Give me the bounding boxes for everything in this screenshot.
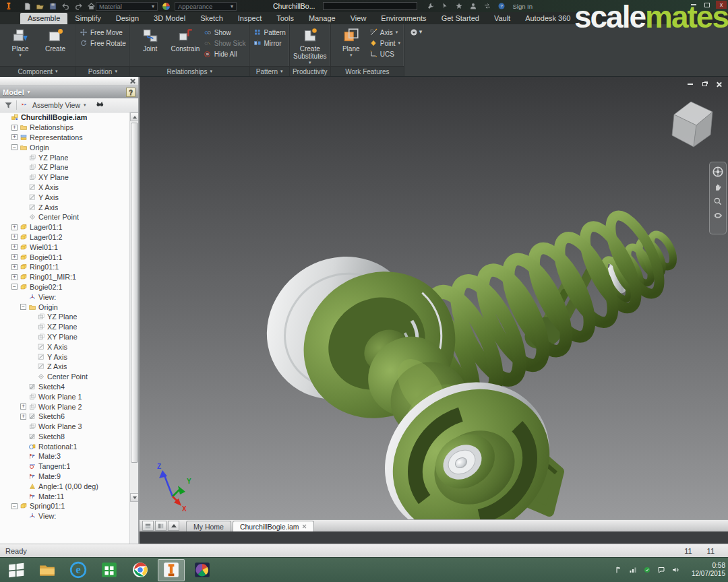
switch-button[interactable] xyxy=(483,2,491,10)
wrench-button[interactable] xyxy=(427,2,435,10)
tab-environments[interactable]: Environments xyxy=(373,13,433,24)
doc-close-button[interactable] xyxy=(715,81,723,88)
inventor-app-button[interactable] xyxy=(1,1,16,11)
model-assembly[interactable] xyxy=(239,209,677,531)
button-show-sick[interactable]: Show Sick xyxy=(204,39,246,47)
scroll-thumb[interactable] xyxy=(131,123,138,463)
tree-item-sketch6[interactable]: +Sketch6 xyxy=(0,412,138,422)
tree-item-ring01-mir-1[interactable]: +Ring01_MIR:1 xyxy=(0,272,138,282)
taskbar-chrome-button[interactable] xyxy=(127,559,154,581)
button-free-move[interactable]: Free Move xyxy=(80,28,126,36)
cursor-button[interactable] xyxy=(441,2,449,10)
material-dropdown[interactable]: Material ▾ xyxy=(96,2,158,11)
tab-manage[interactable]: Manage xyxy=(301,13,343,24)
taskbar-ie-button[interactable]: e xyxy=(65,559,92,581)
tree-item-ring01-1[interactable]: +Ring01:1 xyxy=(0,262,138,272)
tree-item-work-plane-2[interactable]: +Work Plane 2 xyxy=(0,401,138,412)
scroll-down-button[interactable] xyxy=(130,493,138,502)
tree-item-y-axis[interactable]: Y Axis xyxy=(0,192,138,202)
tab-assemble[interactable]: Assemble xyxy=(20,13,67,24)
sign-in-label[interactable]: Sign In xyxy=(512,3,533,10)
find-icon[interactable] xyxy=(95,101,104,110)
tree-item-x-axis[interactable]: X Axis xyxy=(0,183,138,193)
button-axis[interactable]: Axis▾ xyxy=(369,28,400,36)
tab-inspect[interactable]: Inspect xyxy=(231,13,269,24)
doc-minimize-button[interactable] xyxy=(686,81,694,88)
tree-item-relationships[interactable]: +Relationships xyxy=(0,123,138,133)
tree-item-representations[interactable]: +Representations xyxy=(0,133,138,143)
star-button[interactable] xyxy=(455,2,463,10)
tab-get-started[interactable]: Get Started xyxy=(434,13,487,24)
tree-item-center-point[interactable]: Center Point xyxy=(0,372,138,382)
tree-item-origin[interactable]: −Origin xyxy=(0,142,138,152)
tree-item-rotational-1[interactable]: Rotational:1 xyxy=(0,441,138,451)
save-button[interactable] xyxy=(49,2,57,11)
expander-plus[interactable]: + xyxy=(11,244,18,250)
tree-item-work-plane-1[interactable]: Work Plane 1 xyxy=(0,391,138,401)
tab-vault[interactable]: Vault xyxy=(487,13,518,24)
tab-tools[interactable]: Tools xyxy=(269,13,301,24)
new-file-button[interactable] xyxy=(23,2,32,11)
expander-plus[interactable]: + xyxy=(11,134,18,140)
close-button[interactable]: x xyxy=(716,1,727,9)
tray-sync-icon[interactable] xyxy=(643,566,651,574)
taskbar-clock[interactable]: 0:58 12/07/2015 xyxy=(685,562,728,579)
tree-item-yz-plane[interactable]: YZ Plane xyxy=(0,312,138,322)
panel-label-work-features[interactable]: Work Features xyxy=(331,66,404,76)
tree-item-lager01-2[interactable]: +Lager01:2 xyxy=(0,232,138,243)
button-create[interactable]: Create xyxy=(38,26,72,53)
expander-plus[interactable]: + xyxy=(11,264,18,270)
tree-item-spring01-1[interactable]: −Spring01:1 xyxy=(0,501,138,511)
tree-item-xz-plane[interactable]: XZ Plane xyxy=(0,322,138,332)
doc-tab-churchillbogie-iam[interactable]: ChurchillBogie.iam xyxy=(233,521,315,531)
chevron-down-icon[interactable]: ▾ xyxy=(84,102,86,108)
tree-item-xy-plane[interactable]: XY Plane xyxy=(0,332,138,342)
maximize-button[interactable] xyxy=(702,1,712,9)
tree-item-mate-11[interactable]: Mate:11 xyxy=(0,491,138,501)
button-pattern[interactable]: Pattern xyxy=(253,28,286,36)
tab-view[interactable]: View xyxy=(343,13,374,24)
tray-volume-icon[interactable] xyxy=(671,566,679,574)
tree-item-view[interactable]: View: xyxy=(0,511,138,521)
expander-minus[interactable]: − xyxy=(11,503,18,509)
expander-plus[interactable]: + xyxy=(11,125,18,131)
undo-button[interactable] xyxy=(61,2,70,11)
tray-chat-icon[interactable] xyxy=(657,566,665,574)
expander-plus[interactable]: + xyxy=(11,254,18,260)
zoom-icon[interactable] xyxy=(713,197,723,206)
expander-plus[interactable]: + xyxy=(20,403,26,410)
tray-network-icon[interactable] xyxy=(629,566,637,574)
expander-minus[interactable]: − xyxy=(11,144,18,150)
taskbar-inventor-button[interactable] xyxy=(158,559,185,581)
tree-item-z-axis[interactable]: Z Axis xyxy=(0,362,138,372)
minimize-button[interactable] xyxy=(689,1,698,9)
pan-hand-icon[interactable] xyxy=(713,183,723,192)
button-plane[interactable]: Plane▾ xyxy=(334,26,368,57)
button-constrain[interactable]: Constrain xyxy=(169,26,202,53)
expander-plus[interactable]: + xyxy=(11,224,18,230)
tab-3d-model[interactable]: 3D Model xyxy=(146,13,193,24)
scroll-up-button[interactable] xyxy=(130,112,138,121)
view-mode-selector[interactable]: Assembly View xyxy=(32,101,80,109)
button-hide-all[interactable]: Hide All xyxy=(204,50,246,58)
search-input[interactable] xyxy=(323,2,417,10)
tree-item-yz-plane[interactable]: YZ Plane xyxy=(0,152,138,162)
viewcube[interactable] xyxy=(672,102,712,147)
redo-button[interactable] xyxy=(74,2,83,11)
tree-item-sketch8[interactable]: Sketch8 xyxy=(0,432,138,442)
expander-plus[interactable]: + xyxy=(11,234,18,240)
expander-minus[interactable]: − xyxy=(11,284,18,290)
browser-help-button[interactable]: ? xyxy=(126,88,135,97)
tray-flag-icon[interactable] xyxy=(615,566,623,574)
tree-item-mate-9[interactable]: Mate:9 xyxy=(0,472,138,482)
home-button[interactable] xyxy=(87,2,96,11)
appearance-dropdown[interactable]: Appearance ▾ xyxy=(175,2,237,11)
person-button[interactable] xyxy=(469,2,477,10)
expander-plus[interactable]: + xyxy=(20,414,26,420)
cascade-windows-button[interactable] xyxy=(155,521,166,531)
color-wheel-icon[interactable] xyxy=(162,2,171,11)
tree-item-lager01-1[interactable]: +Lager01:1 xyxy=(0,222,138,232)
panel-label-productivity[interactable]: Productivity xyxy=(290,66,330,76)
expander-minus[interactable]: − xyxy=(20,304,26,310)
tree-item-y-axis[interactable]: Y Axis xyxy=(0,352,138,362)
